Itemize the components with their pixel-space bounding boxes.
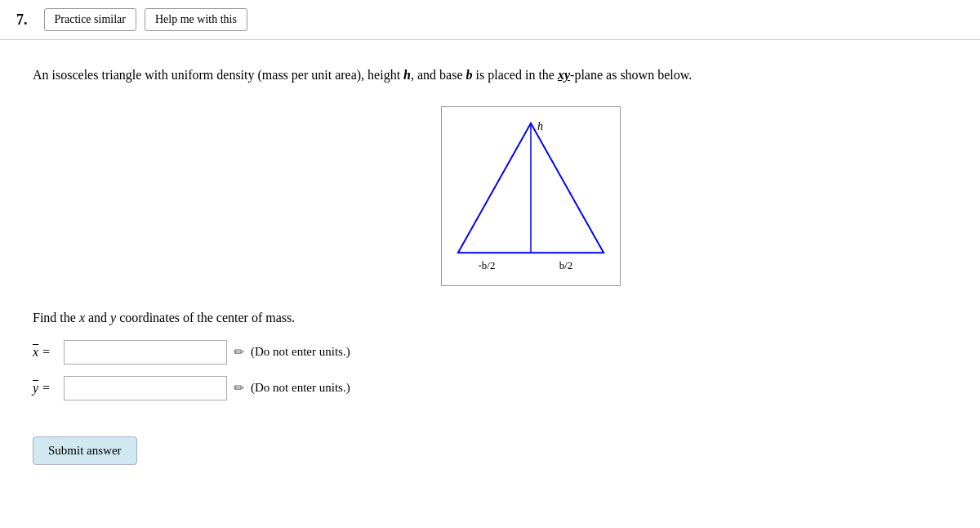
submit-answer-button[interactable]: Submit answer [33,436,137,465]
help-me-button[interactable]: Help me with this [145,8,247,31]
svg-text:b/2: b/2 [559,260,572,271]
practice-similar-button[interactable]: Practice similar [44,8,136,31]
x-bar-input[interactable] [64,340,227,365]
x-do-not-enter: (Do not enter units.) [251,345,350,359]
find-text: Find the x and y coordinates of the cent… [33,311,866,325]
top-bar: 7. Practice similar Help me with this [0,0,980,40]
diagram-container: h -b/2 b/2 [441,106,621,286]
y-bar-label: y = [33,381,57,396]
triangle-diagram: h -b/2 b/2 [442,107,620,285]
x-bar-label: x = [33,345,57,360]
svg-text:-b/2: -b/2 [479,260,496,271]
question-number: 7. [16,11,28,29]
svg-text:h: h [537,119,543,132]
y-bar-row: y = ✏ (Do not enter units.) [33,376,866,400]
problem-text: An isosceles triangle with uniform densi… [33,65,866,86]
diagram-area: h -b/2 b/2 [196,106,866,286]
pencil-icon-y[interactable]: ✏ [234,380,244,396]
main-content: An isosceles triangle with uniform densi… [0,40,898,490]
y-bar-input[interactable] [64,376,227,400]
pencil-icon-x[interactable]: ✏ [234,344,244,360]
x-bar-row: x = ✏ (Do not enter units.) [33,340,866,365]
y-do-not-enter: (Do not enter units.) [251,381,350,395]
